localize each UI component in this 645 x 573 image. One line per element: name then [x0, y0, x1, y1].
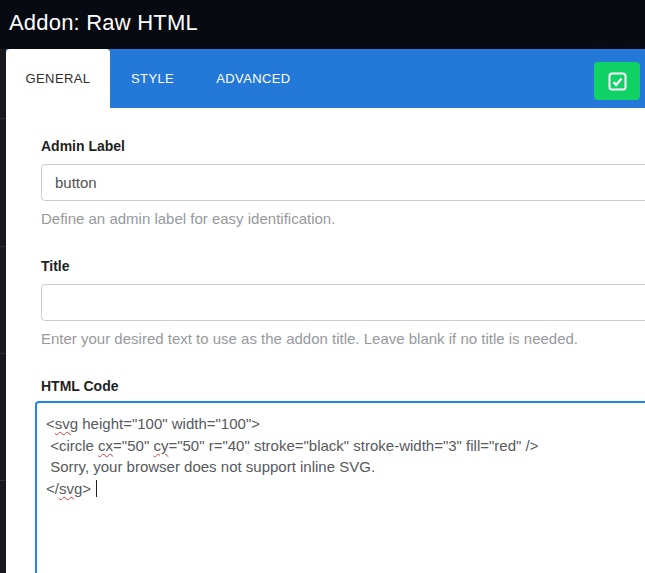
tab-advanced[interactable]: ADVANCED [195, 49, 311, 108]
misspelled-word: cy [153, 437, 168, 454]
tab-bar: GENERAL STYLE ADVANCED [6, 49, 645, 108]
checkbox-checked-icon [608, 72, 627, 91]
misspelled-word: svg [55, 415, 78, 432]
tab-style[interactable]: STYLE [110, 49, 195, 108]
title-help: Enter your desired text to use as the ad… [41, 331, 645, 347]
addon-settings-modal: Addon: Raw HTML GENERAL STYLE ADVANCED A… [0, 0, 645, 573]
tab-general-label: GENERAL [26, 71, 91, 86]
tab-style-label: STYLE [131, 71, 174, 86]
code-line: Sorry, your browser does not support inl… [46, 456, 645, 478]
html-code-label: HTML Code [41, 379, 645, 393]
admin-label-help: Define an admin label for easy identific… [41, 211, 645, 227]
title-label: Title [41, 259, 645, 273]
admin-label-label: Admin Label [41, 139, 645, 153]
general-tab-panel: Admin Label Define an admin label for ea… [6, 108, 645, 573]
modal-title: Addon: Raw HTML [9, 10, 198, 36]
html-code-group: HTML Code <svg height="100" width="100">… [35, 379, 645, 573]
html-code-editor[interactable]: <svg height="100" width="100"> <circle c… [35, 401, 645, 573]
code-line: <circle cx="50" cy="50" r="40" stroke="b… [46, 435, 645, 457]
tab-advanced-label: ADVANCED [216, 71, 290, 86]
code-line: <svg height="100" width="100"> [46, 413, 645, 435]
misspelled-word: svg [59, 480, 82, 497]
misspelled-word: cx [98, 437, 113, 454]
text-cursor [96, 480, 97, 497]
title-group: Title Enter your desired text to use as … [35, 259, 645, 347]
code-line: </svg> [46, 478, 645, 500]
admin-label-group: Admin Label Define an admin label for ea… [35, 139, 645, 227]
tab-general[interactable]: GENERAL [6, 49, 110, 108]
modal-header: Addon: Raw HTML [0, 0, 645, 49]
title-input[interactable] [41, 284, 645, 321]
save-button[interactable] [594, 62, 640, 100]
admin-label-input[interactable] [41, 164, 645, 201]
